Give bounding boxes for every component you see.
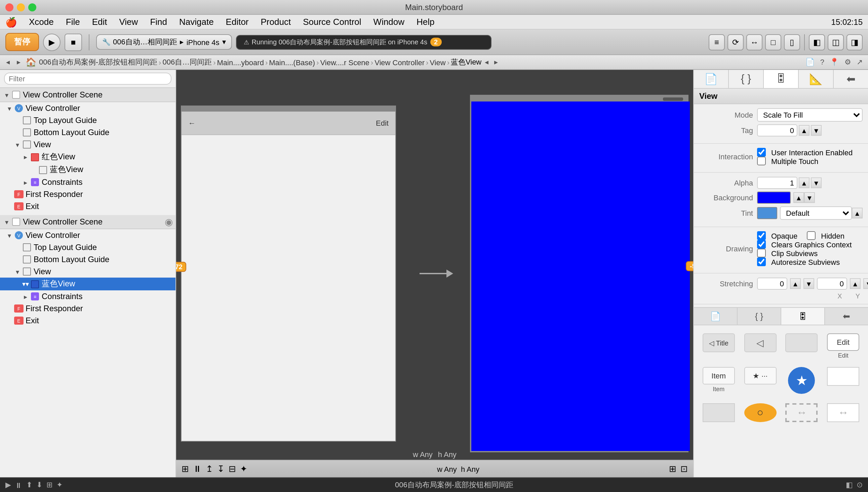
canvas-btn-7[interactable]: ⊞ xyxy=(669,464,676,474)
obj-item-back[interactable]: ◁ xyxy=(741,331,780,362)
obj-tab-1[interactable]: 📄 xyxy=(694,308,738,325)
breadcrumb-expand-left[interactable]: ◂ xyxy=(483,58,491,67)
menu-help[interactable]: Help xyxy=(411,16,440,28)
tree-item-top-layout1[interactable]: Top Layout Guide xyxy=(0,114,175,126)
stretching-y-down[interactable]: ▼ xyxy=(863,278,868,289)
inspector-tab-quick-help[interactable]: { } xyxy=(729,70,764,88)
tree-item-exit1[interactable]: E Exit xyxy=(0,200,175,213)
tree-item-view2[interactable]: View xyxy=(0,266,175,277)
obj-item-spacer[interactable]: ○ xyxy=(741,400,780,426)
breadcrumb-8[interactable]: 蓝色View xyxy=(451,57,481,67)
stop-button[interactable]: ■ xyxy=(65,33,82,51)
close-button[interactable] xyxy=(5,3,14,11)
menu-source-control[interactable]: Source Control xyxy=(297,16,366,28)
multiple-touch-checkbox[interactable] xyxy=(757,156,766,165)
minimize-button[interactable] xyxy=(17,3,25,11)
play-button[interactable]: ▶ xyxy=(43,33,61,51)
constraints1-arrow[interactable] xyxy=(22,178,30,186)
background-btn-down[interactable]: ▼ xyxy=(804,192,815,203)
scene1-arrow[interactable] xyxy=(3,91,11,98)
breadcrumb-4[interactable]: Main....(Base) xyxy=(269,58,315,66)
obj-item-flex2[interactable]: ↔ xyxy=(824,400,863,426)
obj-item-star-more[interactable]: ★ ··· xyxy=(741,364,780,398)
statusbar-layout-btn-2[interactable]: ⊙ xyxy=(857,481,863,489)
obj-item-star-blue[interactable]: ★ xyxy=(782,364,821,398)
scene1-header[interactable]: View Controller Scene xyxy=(0,88,175,102)
tint-select[interactable]: Default xyxy=(780,206,852,220)
statusbar-btn-6[interactable]: ✦ xyxy=(56,481,63,489)
stretching-y-up[interactable]: ▲ xyxy=(850,278,861,289)
inspector-tab-connections[interactable]: ⬅ xyxy=(834,70,868,88)
tint-btn[interactable]: ▲ xyxy=(852,208,863,218)
tag-input[interactable] xyxy=(757,124,797,137)
toolbar-view-btn-5[interactable]: ▯ xyxy=(784,34,800,50)
tree-item-view1[interactable]: View xyxy=(0,139,175,151)
inspector-tab-attributes[interactable]: 🎛 xyxy=(764,70,799,88)
blueview-arrow[interactable]: ▾ xyxy=(22,280,30,288)
tree-item-bottom-layout2[interactable]: Bottom Layout Guide xyxy=(0,253,175,266)
vc1-arrow[interactable] xyxy=(5,104,14,112)
nav-question-icon[interactable]: ? xyxy=(819,58,826,67)
breadcrumb-3[interactable]: Main....yboard xyxy=(217,58,264,66)
statusbar-btn-3[interactable]: ⬆ xyxy=(26,481,32,489)
nav-forward-arrow[interactable]: ▸ xyxy=(15,58,23,67)
tree-item-first-responder2[interactable]: F First Responder xyxy=(0,302,175,315)
obj-item-bar[interactable]: Item Item xyxy=(699,364,738,398)
scene2-header[interactable]: View Controller Scene ◉ xyxy=(0,215,175,229)
tree-item-vc1[interactable]: V View Controller xyxy=(0,102,175,114)
obj-tab-2[interactable]: { } xyxy=(738,308,781,325)
menu-view[interactable]: View xyxy=(114,16,143,28)
obj-tab-4[interactable]: ⬅ xyxy=(825,308,868,325)
canvas-btn-3[interactable]: ↥ xyxy=(206,464,213,474)
search-input[interactable] xyxy=(4,73,171,85)
toolbar-view-btn-3[interactable]: ↔ xyxy=(746,34,763,50)
statusbar-btn-2[interactable]: ⏸ xyxy=(15,481,22,489)
breadcrumb-expand-right[interactable]: ▸ xyxy=(492,58,500,67)
nav-gps-icon[interactable]: 📍 xyxy=(828,58,840,67)
alpha-input[interactable] xyxy=(757,177,797,189)
nav-back-arrow[interactable]: ◂ xyxy=(4,58,12,67)
user-interaction-checkbox[interactable] xyxy=(757,148,766,156)
inspector-tab-file[interactable]: 📄 xyxy=(694,70,729,88)
menu-file[interactable]: File xyxy=(61,16,86,28)
apple-menu[interactable]: 🍎 xyxy=(5,17,17,27)
view1-arrow[interactable] xyxy=(14,141,22,148)
menu-navigate[interactable]: Navigate xyxy=(174,16,219,28)
clears-graphics-checkbox[interactable] xyxy=(757,240,766,249)
tree-item-top-layout2[interactable]: Top Layout Guide xyxy=(0,241,175,253)
tag-stepper-up[interactable]: ▲ xyxy=(799,125,810,136)
menu-xcode[interactable]: Xcode xyxy=(24,16,59,28)
pause-button[interactable]: 暂停 xyxy=(5,33,39,51)
obj-tab-3[interactable]: 🎛 xyxy=(781,308,825,325)
canvas-btn-6[interactable]: ✦ xyxy=(240,464,247,474)
breadcrumb-7[interactable]: View xyxy=(430,58,445,66)
background-btn-up[interactable]: ▲ xyxy=(793,192,804,203)
nav-file-icon[interactable]: 📄 xyxy=(804,58,816,67)
tree-item-constraints2[interactable]: ≡ Constraints xyxy=(0,290,175,302)
constraints2-arrow[interactable] xyxy=(22,293,30,300)
tree-item-blueview-nested[interactable]: 蓝色View xyxy=(0,163,175,176)
canvas[interactable]: ← Edit -72 xyxy=(176,70,693,477)
obj-item-flex1[interactable]: ↔ xyxy=(782,400,821,426)
toolbar-view-btn-2[interactable]: ⟳ xyxy=(727,34,744,50)
breadcrumb-6[interactable]: View Controller xyxy=(375,58,425,66)
stretching-x-down[interactable]: ▼ xyxy=(803,278,814,289)
mode-select[interactable]: Scale To Fill xyxy=(757,108,863,122)
obj-item-list2[interactable] xyxy=(699,400,738,426)
redview-arrow[interactable] xyxy=(22,153,30,161)
menu-editor[interactable]: Editor xyxy=(220,16,254,28)
tag-stepper-down[interactable]: ▼ xyxy=(811,125,822,136)
nav-home-icon[interactable]: 🏠 xyxy=(26,57,36,67)
statusbar-layout-btn-1[interactable]: ◧ xyxy=(846,481,852,489)
tree-item-blueview-selected[interactable]: ▾ 蓝色View xyxy=(0,277,175,290)
canvas-btn-8[interactable]: ⊡ xyxy=(680,464,688,474)
clip-subviews-checkbox[interactable] xyxy=(757,249,766,257)
tree-item-first-responder1[interactable]: F First Responder xyxy=(0,188,175,200)
stretching-y-input[interactable] xyxy=(817,277,847,290)
tree-item-redview[interactable]: 红色View xyxy=(0,151,175,163)
autoresize-checkbox[interactable] xyxy=(757,257,766,266)
tree-item-constraints1[interactable]: ≡ Constraints xyxy=(0,176,175,188)
tree-item-exit2[interactable]: E Exit xyxy=(0,315,175,327)
canvas-btn-5[interactable]: ⊟ xyxy=(228,464,236,474)
stretching-x-up[interactable]: ▲ xyxy=(790,278,801,289)
